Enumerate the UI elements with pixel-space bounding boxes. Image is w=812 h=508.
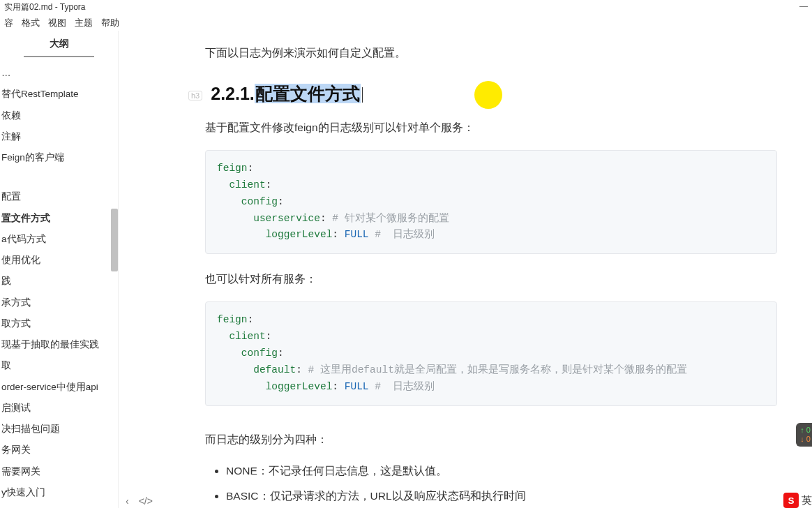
text-caret — [362, 87, 363, 103]
outline-item[interactable]: gateway服务，引入依赖 — [0, 503, 118, 508]
outline-list[interactable]: … 替代RestTemplate 依赖 注解 Feign的客户端 配置 置文件方… — [0, 60, 118, 508]
editor-content[interactable]: 下面以日志为例来演示如何自定义配置。 h3 2.2.1.配置文件方式 基于配置文… — [119, 31, 812, 508]
outline-item[interactable]: 需要网关 — [0, 461, 118, 482]
heading-prefix: 2.2.1. — [211, 84, 255, 103]
menu-item[interactable]: 帮助 — [101, 17, 119, 29]
code-block[interactable]: feign: client: config: default: # 这里用def… — [205, 301, 777, 406]
sync-down: ↓ 0 — [800, 435, 811, 444]
outline-item[interactable]: 务网关 — [0, 440, 118, 461]
outline-item[interactable]: 注解 — [0, 126, 118, 147]
outline-item[interactable]: 践 — [0, 271, 118, 292]
title-bar: 实用篇02.md - Typora — — [0, 0, 812, 14]
menu-item[interactable]: 主题 — [75, 17, 93, 29]
sync-badge[interactable]: ↑ 0 ↓ 0 — [796, 423, 812, 447]
back-icon[interactable]: ‹ — [126, 495, 129, 507]
heading-h3[interactable]: 2.2.1.配置文件方式 — [211, 82, 363, 105]
paragraph[interactable]: 基于配置文件修改feign的日志级别可以针对单个服务： — [205, 118, 777, 137]
source-mode-icon[interactable]: </> — [139, 495, 153, 507]
menu-bar: 容 格式 视图 主题 帮助 — [0, 14, 812, 31]
paragraph[interactable]: 下面以日志为例来演示如何自定义配置。 — [205, 43, 777, 63]
outline-item[interactable]: 取 — [0, 355, 118, 376]
outline-header: 大纲 — [24, 31, 94, 57]
outline-item[interactable]: 决扫描包问题 — [0, 419, 118, 440]
heading-row[interactable]: h3 2.2.1.配置文件方式 — [205, 82, 777, 105]
ime-indicator[interactable]: S 英 — [783, 493, 812, 508]
menu-item[interactable]: 视图 — [48, 17, 66, 29]
heading-selection: 配置文件方式 — [255, 84, 361, 103]
menu-item[interactable]: 容 — [4, 17, 13, 29]
list-item[interactable]: NONE：不记录任何日志信息，这是默认值。 — [226, 462, 777, 480]
outline-item[interactable]: a代码方式 — [0, 229, 118, 250]
outline-item[interactable]: order-service中使用api — [0, 377, 118, 398]
window-minimize[interactable]: — — [799, 1, 808, 11]
log-levels-list: NONE：不记录任何日志信息，这是默认值。 BASIC：仅记录请求的方法，URL… — [226, 462, 777, 508]
paragraph[interactable]: 也可以针对所有服务： — [205, 269, 777, 289]
outline-item[interactable]: … — [0, 63, 118, 84]
outline-item[interactable]: 取方式 — [0, 313, 118, 334]
outline-gap — [0, 168, 118, 186]
paragraph[interactable]: 而日志的级别分为四种： — [205, 430, 777, 449]
outline-sidebar: 大纲 … 替代RestTemplate 依赖 注解 Feign的客户端 配置 置… — [0, 31, 119, 508]
outline-item[interactable]: 现基于抽取的最佳实践 — [0, 334, 118, 355]
sidebar-scrollbar[interactable] — [111, 209, 118, 271]
outline-item[interactable]: 依赖 — [0, 105, 118, 126]
outline-item[interactable]: y快速入门 — [0, 482, 118, 503]
window-title: 实用篇02.md - Typora — [4, 1, 85, 13]
status-bar: ‹ </> — [126, 495, 153, 507]
outline-item[interactable]: 配置 — [0, 186, 118, 207]
outline-item[interactable]: 替代RestTemplate — [0, 84, 118, 105]
heading-level-tag: h3 — [188, 91, 202, 100]
menu-item[interactable]: 格式 — [22, 17, 40, 29]
outline-item[interactable]: Feign的客户端 — [0, 147, 118, 168]
sync-up: ↑ 0 — [800, 426, 811, 435]
outline-item[interactable]: 使用优化 — [0, 250, 118, 271]
code-block[interactable]: feign: client: config: userservice: # 针对… — [205, 150, 777, 255]
outline-item[interactable]: 启测试 — [0, 398, 118, 419]
ime-icon: S — [783, 493, 799, 508]
outline-item[interactable]: 承方式 — [0, 292, 118, 313]
ime-lang: 英 — [802, 494, 812, 507]
outline-item-active[interactable]: 置文件方式 — [0, 208, 118, 229]
list-item[interactable]: BASIC：仅记录请求的方法，URL以及响应状态码和执行时间 — [226, 487, 777, 505]
